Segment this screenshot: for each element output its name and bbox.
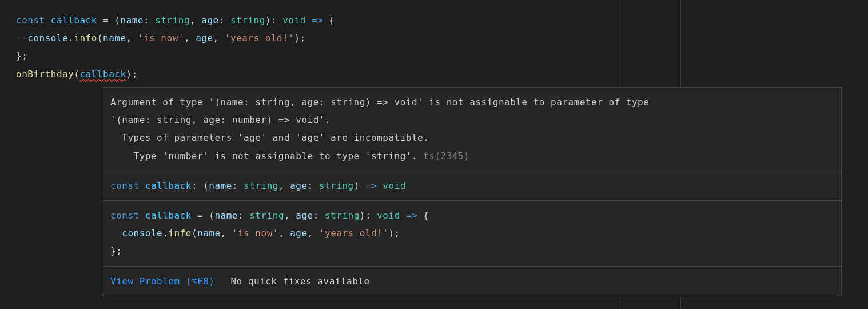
- code-line[interactable]: const callback = (name: string, age: str…: [16, 11, 868, 29]
- error-message-section: Argument of type '(name: string, age: st…: [102, 88, 841, 171]
- error-line: Argument of type '(name: string, age: st…: [110, 93, 833, 111]
- variable-callback: callback: [51, 15, 97, 26]
- error-line: Type 'number' is not assignable to type …: [110, 147, 833, 165]
- code-line[interactable]: };: [16, 47, 868, 65]
- code-line[interactable]: onBirthday(callback);: [16, 65, 868, 83]
- hover-tooltip: Argument of type '(name: string, age: st…: [102, 87, 842, 296]
- view-problem-link[interactable]: View Problem (⌥F8): [110, 272, 214, 290]
- signature-section: const callback: (name: string, age: stri…: [102, 171, 841, 201]
- error-token-callback[interactable]: callback: [79, 69, 126, 80]
- error-code: ts(2345): [417, 150, 469, 161]
- hover-footer: View Problem (⌥F8) No quick fixes availa…: [102, 267, 841, 296]
- code-line[interactable]: ··console.info(name, 'is now', age, 'yea…: [16, 29, 868, 47]
- code-editor[interactable]: const callback = (name: string, age: str…: [0, 0, 868, 83]
- definition-section: const callback = (name: string, age: str…: [102, 201, 841, 267]
- error-line: '(name: string, age: number) => void'.: [110, 111, 833, 129]
- keyword-const: const: [16, 15, 45, 26]
- error-line: Types of parameters 'age' and 'age' are …: [110, 129, 833, 146]
- no-quick-fixes-label: No quick fixes available: [230, 272, 369, 290]
